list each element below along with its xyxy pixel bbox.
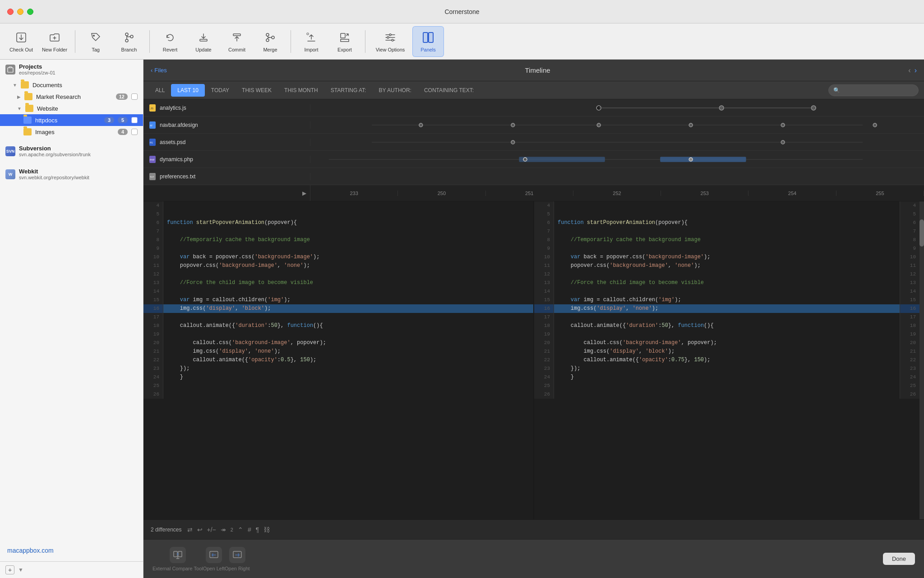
panels-label: Panels <box>420 47 436 52</box>
panels-button[interactable]: Panels <box>412 26 444 57</box>
search-icon: 🔍 <box>833 87 840 93</box>
close-button[interactable] <box>7 9 14 15</box>
code-content-left[interactable]: 4 5 6function startPopoverAnimation(popo… <box>143 201 533 519</box>
filter-this-month[interactable]: THIS MONTH <box>278 84 324 97</box>
minimize-button[interactable] <box>17 9 23 15</box>
line-row: 7 7 <box>534 227 919 236</box>
external-compare-button[interactable]: External Compare Tool <box>152 547 203 571</box>
zoom-button[interactable] <box>27 9 33 15</box>
rev-251[interactable]: 251 <box>486 191 573 196</box>
timeline-row-navbar[interactable]: AF navbar.afdesign <box>143 117 924 134</box>
new-folder-button[interactable]: New Folder <box>39 26 70 57</box>
hash-icon[interactable]: # <box>248 526 251 533</box>
filter-by-author[interactable]: BY AUTHOR: <box>372 84 417 97</box>
import-icon <box>304 30 319 45</box>
navbar-filename: navbar.afdesign <box>160 122 198 128</box>
rev-250[interactable]: 250 <box>398 191 485 196</box>
back-icon[interactable]: ↩ <box>197 526 203 533</box>
separator-3 <box>291 30 291 53</box>
line-row: 10 var back = popover.css('background-im… <box>534 253 919 261</box>
open-right-button[interactable]: Open Right <box>225 547 250 571</box>
line-row: 15 var img = callout.children('img'); <box>143 296 533 304</box>
checkout-button[interactable]: Check Out <box>5 26 37 57</box>
done-button[interactable]: Done <box>883 553 915 565</box>
market-research-item[interactable]: ▶ Market Research 12 <box>0 91 143 103</box>
toolbar: Check Out New Folder Tag <box>0 23 924 60</box>
update-button[interactable]: Update <box>188 26 219 57</box>
httpdocs-item[interactable]: httpdocs 3 5 <box>0 114 143 126</box>
add-repository-button[interactable]: + <box>5 565 14 574</box>
httpdocs-label: httpdocs <box>35 117 101 124</box>
status-bar: 2 differences ⇄ ↩ +/− ↠ 2 ⌃ # ¶ ⛓ <box>143 519 924 539</box>
separator-1 <box>75 30 75 53</box>
website-folder-icon <box>25 105 33 112</box>
filter-this-week[interactable]: THIS WEEK <box>236 84 278 97</box>
website-item[interactable]: ▼ Website <box>0 103 143 114</box>
sync-icon[interactable]: ⇄ <box>187 526 193 533</box>
timeline-row-assets[interactable]: PS assets.psd <box>143 134 924 151</box>
rev-233[interactable]: 233 <box>310 191 398 196</box>
search-box[interactable]: 🔍 <box>828 84 919 96</box>
back-button[interactable]: ‹ Files <box>151 67 167 74</box>
line-row: 7 <box>143 227 533 236</box>
filter-containing-text[interactable]: CONTAINING TEXT: <box>418 84 480 97</box>
timeline-row-dynamics[interactable]: PHP dynamics.php <box>143 151 924 168</box>
open-left-button[interactable]: Open Left <box>203 547 225 571</box>
jump-count-icon[interactable]: ⌃ <box>238 526 243 533</box>
line-row: 25 25 <box>534 382 919 390</box>
sidebar-bottom-bar: + ▼ <box>0 561 143 578</box>
market-research-label: Market Research <box>36 93 112 100</box>
line-row: 24 } <box>143 373 533 382</box>
line-row: 21 img.css('display', 'block');21 <box>534 347 919 356</box>
timeline-row-analytics[interactable]: JS analytics.js <box>143 99 924 117</box>
svg-rect-43 <box>519 157 605 162</box>
para-icon[interactable]: ¶ <box>256 526 259 533</box>
httpdocs-checkbox[interactable] <box>131 117 138 123</box>
rev-254[interactable]: 254 <box>748 191 836 196</box>
projects-section[interactable]: Projects eos/repos/zw-01 <box>0 60 143 79</box>
images-item[interactable]: Images 4 <box>0 126 143 138</box>
svg-point-4 <box>130 35 133 38</box>
scrollbar-thumb[interactable] <box>919 219 924 247</box>
view-options-button[interactable]: View Options <box>370 26 411 57</box>
branch-button[interactable]: Branch <box>113 26 145 57</box>
code-content-right[interactable]: 4 4 5 5 6function startPopoverAnimation(… <box>534 201 924 519</box>
export-button[interactable]: Export <box>329 26 360 57</box>
documents-item[interactable]: ▼ Documents <box>0 79 143 91</box>
plus-minus-icon[interactable]: +/− <box>207 526 216 533</box>
images-checkbox[interactable] <box>131 129 138 135</box>
timeline-row-preferences[interactable]: TXT preferences.txt <box>143 168 924 185</box>
line-row: 22 callout.animate({'opacity':0.75}, 150… <box>534 356 919 364</box>
filter-starting-at[interactable]: STARTING AT: <box>324 84 373 97</box>
sidebar: Projects eos/repos/zw-01 ▼ Documents ▶ M… <box>0 60 143 578</box>
scrollbar-track[interactable] <box>919 201 924 519</box>
line-row: 10 var back = popover.css('background-im… <box>143 253 533 261</box>
subversion-section[interactable]: SVN Subversion svn.apache.org/subversion… <box>0 141 143 161</box>
filter-today[interactable]: TODAY <box>205 84 236 97</box>
merge-button[interactable]: Merge <box>254 26 286 57</box>
webkit-section[interactable]: W Webkit svn.webkit.org/repository/webki… <box>0 164 143 184</box>
import-button[interactable]: Import <box>296 26 327 57</box>
svg-point-1 <box>93 35 95 37</box>
svg-rect-15 <box>423 33 428 42</box>
market-research-checkbox[interactable] <box>131 93 138 100</box>
filter-last10[interactable]: LAST 10 <box>171 84 204 97</box>
nav-prev-icon[interactable]: ‹ <box>908 66 910 75</box>
search-input[interactable] <box>843 87 914 93</box>
revert-button[interactable]: Revert <box>154 26 186 57</box>
commit-button[interactable]: Commit <box>221 26 253 57</box>
play-button[interactable]: ▶ <box>302 190 306 196</box>
line-row: 14 14 <box>534 287 919 296</box>
filter-all[interactable]: ALL <box>149 84 171 97</box>
rev-252[interactable]: 252 <box>573 191 661 196</box>
tag-button[interactable]: Tag <box>80 26 111 57</box>
rev-253[interactable]: 253 <box>661 191 748 196</box>
line-row: 13 //Force the child image to become vis… <box>534 279 919 287</box>
filter-bar: ALL LAST 10 TODAY THIS WEEK THIS MONTH S… <box>143 81 924 99</box>
jump-icon[interactable]: ↠ <box>221 526 226 533</box>
rev-255[interactable]: 255 <box>836 191 924 196</box>
svg-point-3 <box>125 39 128 42</box>
nav-next-icon[interactable]: › <box>915 66 917 75</box>
svg-rect-51 <box>178 551 182 557</box>
link-icon[interactable]: ⛓ <box>263 526 270 533</box>
